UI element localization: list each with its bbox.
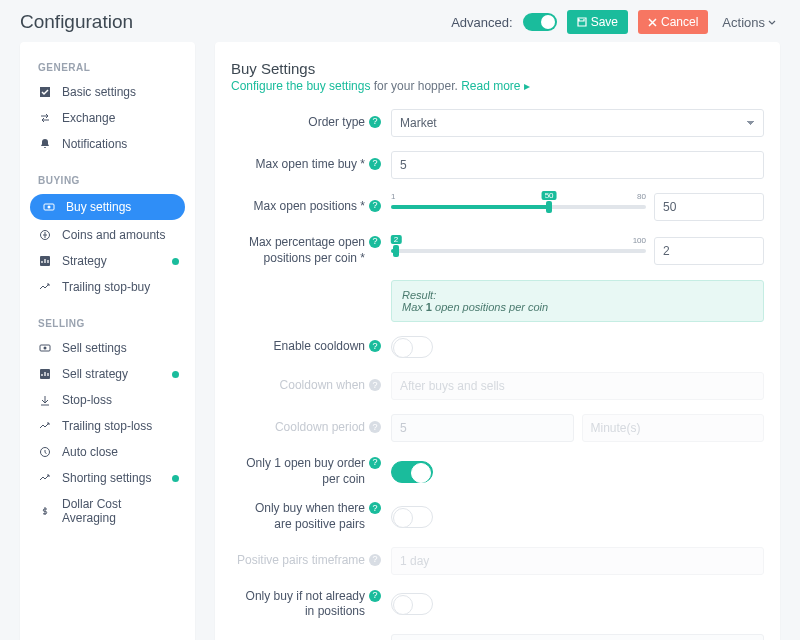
help-icon: ? <box>369 379 381 391</box>
sidebar-item-label: Sell settings <box>62 341 127 355</box>
cooldown-toggle[interactable] <box>391 336 433 358</box>
down-icon <box>38 393 52 407</box>
percent-range-input <box>391 634 764 640</box>
sidebar-item-auto-close[interactable]: Auto close <box>20 439 195 465</box>
sidebar-item-sell-settings[interactable]: Sell settings <box>20 335 195 361</box>
trend-icon <box>38 471 52 485</box>
cooldown-label: Enable cooldown <box>274 339 365 355</box>
cooldown-period-input <box>391 414 574 442</box>
only-positive-label: Only buy when there are positive pairs <box>235 501 365 532</box>
max-pct-label: Max percentage open positions per coin * <box>235 235 365 266</box>
sidebar-item-label: Shorting settings <box>62 471 151 485</box>
money-icon <box>42 200 56 214</box>
help-icon[interactable]: ? <box>369 158 381 170</box>
sidebar-item-strategy[interactable]: Strategy <box>20 248 195 274</box>
help-icon[interactable]: ? <box>369 200 381 212</box>
status-dot <box>172 258 179 265</box>
sidebar-group-title: GENERAL <box>20 56 195 79</box>
order-type-label: Order type <box>308 115 365 131</box>
one-open-buy-toggle[interactable] <box>391 461 433 483</box>
close-icon <box>648 18 657 27</box>
sidebar-item-exchange[interactable]: Exchange <box>20 105 195 131</box>
one-open-buy-label: Only 1 open buy order per coin <box>231 456 365 487</box>
help-icon[interactable]: ? <box>369 116 381 128</box>
sidebar-item-label: Trailing stop-buy <box>62 280 150 294</box>
sidebar-item-sell-strategy[interactable]: Sell strategy <box>20 361 195 387</box>
max-open-pos-slider[interactable]: 1 80 50 <box>391 198 646 216</box>
sidebar-item-notifications[interactable]: Notifications <box>20 131 195 157</box>
only-not-in-pos-toggle[interactable] <box>391 593 433 615</box>
sidebar-item-label: Sell strategy <box>62 367 128 381</box>
sidebar-group-title: SELLING <box>20 312 195 335</box>
sidebar-item-label: Buy settings <box>66 200 131 214</box>
sidebar-item-trailing-stop-loss[interactable]: Trailing stop-loss <box>20 413 195 439</box>
money-out-icon <box>38 341 52 355</box>
sidebar-item-label: Auto close <box>62 445 118 459</box>
save-button[interactable]: Save <box>567 10 628 34</box>
cooldown-when-label: Cooldown when <box>280 378 365 394</box>
sidebar-item-stop-loss[interactable]: Stop-loss <box>20 387 195 413</box>
sidebar-item-label: Exchange <box>62 111 115 125</box>
sidebar-item-dollar-cost-averaging[interactable]: Dollar Cost Averaging <box>20 491 195 531</box>
sidebar-item-basic-settings[interactable]: Basic settings <box>20 79 195 105</box>
cooldown-when-select: After buys and sells <box>391 372 764 400</box>
max-pct-input[interactable] <box>654 237 764 265</box>
only-not-in-pos-label: Only buy if not already in positions <box>235 589 365 620</box>
sidebar-group-title: BUYING <box>20 169 195 192</box>
sidebar-item-label: Basic settings <box>62 85 136 99</box>
cooldown-unit-select: Minute(s) <box>582 414 765 442</box>
max-open-pos-input[interactable] <box>654 193 764 221</box>
help-icon[interactable]: ? <box>369 457 381 469</box>
svg-point-2 <box>48 206 51 209</box>
cancel-button[interactable]: Cancel <box>638 10 708 34</box>
svg-point-6 <box>44 347 47 350</box>
sidebar-item-coins-and-amounts[interactable]: Coins and amounts <box>20 222 195 248</box>
panel-subtitle: Configure the buy settings for your hopp… <box>231 79 764 93</box>
bars-icon <box>38 367 52 381</box>
panel-title: Buy Settings <box>231 60 764 77</box>
positive-tf-label: Positive pairs timeframe <box>237 553 365 569</box>
help-icon[interactable]: ? <box>369 590 381 602</box>
max-pct-slider[interactable]: 2 100 <box>391 242 646 260</box>
main-panel: Buy Settings Configure the buy settings … <box>215 42 780 640</box>
sidebar-item-trailing-stop-buy[interactable]: Trailing stop-buy <box>20 274 195 300</box>
sidebar-item-label: Dollar Cost Averaging <box>62 497 177 525</box>
help-icon[interactable]: ? <box>369 236 381 248</box>
read-more-link[interactable]: Read more ▸ <box>461 79 530 93</box>
sidebar-item-label: Coins and amounts <box>62 228 165 242</box>
help-icon[interactable]: ? <box>369 340 381 352</box>
trend-icon <box>38 419 52 433</box>
trend-icon <box>38 280 52 294</box>
bars-icon <box>38 254 52 268</box>
page-title: Configuration <box>20 11 451 33</box>
only-positive-toggle[interactable] <box>391 506 433 528</box>
actions-dropdown[interactable]: Actions <box>718 15 780 30</box>
max-open-time-label: Max open time buy * <box>256 157 365 173</box>
advanced-label: Advanced: <box>451 15 512 30</box>
sidebar-item-label: Trailing stop-loss <box>62 419 152 433</box>
save-icon <box>577 17 587 27</box>
chevron-down-icon <box>768 20 776 25</box>
sidebar-item-label: Stop-loss <box>62 393 112 407</box>
sidebar-item-shorting-settings[interactable]: Shorting settings <box>20 465 195 491</box>
bell-icon <box>38 137 52 151</box>
coins-icon <box>38 228 52 242</box>
max-open-pos-label: Max open positions * <box>254 199 365 215</box>
arrows-icon <box>38 111 52 125</box>
cooldown-period-label: Cooldown period <box>275 420 365 436</box>
dollar-icon <box>38 504 52 518</box>
check-square-icon <box>38 85 52 99</box>
clock-icon <box>38 445 52 459</box>
sidebar-item-label: Strategy <box>62 254 107 268</box>
max-open-time-input[interactable] <box>391 151 764 179</box>
sidebar-item-buy-settings[interactable]: Buy settings <box>30 194 185 220</box>
result-box: Result: Max 1 open positions per coin <box>391 280 764 322</box>
sidebar-item-label: Notifications <box>62 137 127 151</box>
status-dot <box>172 371 179 378</box>
order-type-select[interactable]: Market <box>391 109 764 137</box>
help-icon[interactable]: ? <box>369 502 381 514</box>
help-icon: ? <box>369 554 381 566</box>
positive-tf-select: 1 day <box>391 547 764 575</box>
status-dot <box>172 475 179 482</box>
advanced-toggle[interactable] <box>523 13 557 31</box>
